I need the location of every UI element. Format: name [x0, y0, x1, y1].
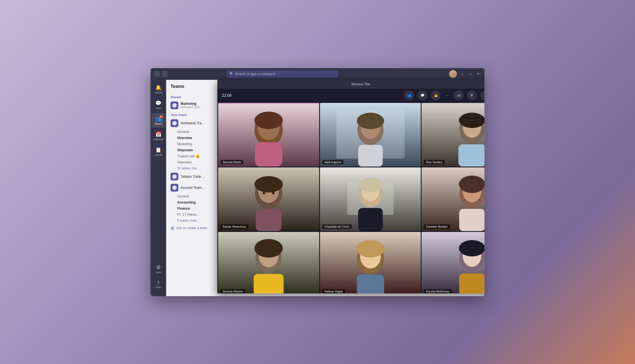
- svg-point-30: [358, 178, 383, 192]
- aadi-kapoor-video: [320, 103, 421, 167]
- participants-button[interactable]: 👥: [404, 90, 414, 100]
- apps-label: Apps: [156, 271, 161, 274]
- svg-rect-29: [358, 208, 383, 231]
- svg-rect-21: [256, 209, 281, 231]
- svg-point-5: [254, 112, 283, 129]
- join-create-icon: ⊞: [171, 226, 174, 231]
- user-avatar[interactable]: [449, 70, 457, 78]
- svg-rect-3: [255, 142, 282, 167]
- search-bar[interactable]: 🔍 Search or type a command: [227, 70, 338, 78]
- title-bar: ‹ › 🔍 Search or type a command — □ ✕: [151, 68, 484, 80]
- charlotte-video: [320, 167, 421, 231]
- video-cell-krystal: Krystal McKinney: [422, 232, 484, 293]
- reactions-button[interactable]: 👍: [431, 90, 441, 100]
- search-placeholder: Search or type a command: [235, 72, 275, 76]
- video-cell-ray-tanaka: Ray Tanaka: [422, 103, 484, 167]
- call-title: Window Title: [221, 82, 484, 86]
- chat-button[interactable]: 💬: [417, 90, 427, 100]
- account-avatar: [171, 184, 178, 192]
- video-cell-serena-davis: Serena Davis: [218, 103, 319, 167]
- tailspin-name: Tailspin Trade...: [181, 175, 204, 179]
- svg-point-22: [254, 176, 283, 192]
- video-cell-danielle: Danielle Booker: [422, 167, 484, 231]
- activity2-icon: 📋: [155, 147, 161, 153]
- join-create-label: Join or create a team: [176, 226, 207, 230]
- minimize-button[interactable]: —: [459, 72, 466, 76]
- title-bar-controls: — □ ✕: [449, 70, 481, 78]
- marketing-team-name: Marketing: [181, 102, 202, 106]
- help-label: Help: [156, 286, 161, 289]
- video-grid: Serena Davis Aa: [217, 102, 484, 293]
- babak-shammas-video: [218, 167, 319, 231]
- mic-button[interactable]: 🎙: [467, 90, 477, 100]
- back-button[interactable]: ‹: [154, 71, 160, 77]
- serena-ribeiro-name: Serena Ribeiro: [220, 289, 245, 293]
- maximize-button[interactable]: □: [468, 72, 473, 76]
- activity-label: Activity: [154, 91, 163, 94]
- video-cell-babak-shammas: Babak Shammas: [218, 167, 319, 231]
- serena-davis-name: Serena Davis: [220, 160, 243, 164]
- sidebar-item-chat[interactable]: 💬 Chat: [152, 98, 165, 112]
- svg-point-45: [356, 240, 385, 258]
- aadi-kapoor-name: Aadi Kapoor: [322, 160, 344, 164]
- babak-shammas-name: Babak Shammas: [220, 224, 248, 229]
- more-call-options[interactable]: ···: [444, 92, 450, 99]
- video-cell-nathan: Nathan Rigby: [320, 232, 421, 293]
- svg-rect-44: [357, 274, 384, 293]
- video-icon: 📹: [457, 93, 461, 97]
- svg-point-23: [263, 192, 265, 194]
- account-name: Account Team...: [181, 186, 205, 190]
- svg-rect-50: [459, 273, 484, 293]
- sidebar-item-activity[interactable]: 🔔 Activity: [152, 82, 165, 96]
- title-bar-nav: ‹ ›: [154, 71, 168, 77]
- activity2-label: Activity: [154, 153, 163, 156]
- teams-label: Teams: [155, 122, 162, 125]
- close-button[interactable]: ✕: [475, 71, 481, 76]
- teams-title: Teams: [171, 84, 184, 89]
- call-title-bar: Window Title — □ ✕: [217, 80, 484, 89]
- apps-icon: ⊞: [156, 264, 161, 270]
- svg-rect-10: [358, 145, 383, 167]
- svg-rect-39: [253, 274, 284, 293]
- calendar-label: Calendar: [153, 138, 164, 141]
- share-icon: ⬆: [484, 93, 484, 97]
- share-button[interactable]: ⬆: [480, 90, 484, 100]
- call-timer: 22:06: [222, 93, 232, 98]
- svg-point-17: [459, 113, 484, 128]
- chat-call-icon: 💬: [420, 93, 425, 97]
- serena-davis-video: [218, 103, 319, 167]
- svg-point-24: [272, 192, 275, 194]
- svg-rect-16: [459, 144, 484, 167]
- sidebar-item-apps[interactable]: ⊞ Apps: [152, 262, 165, 276]
- sidebar-item-calendar[interactable]: 📅 Calendar: [152, 129, 165, 143]
- svg-point-11: [357, 113, 384, 129]
- call-overlay: Window Title — □ ✕ 22:06 👥 💬 👍 ··· 📹: [217, 80, 484, 293]
- sidebar-bottom: ⊞ Apps ? Help: [152, 262, 165, 294]
- ray-tanaka-video: [422, 103, 484, 167]
- participants-icon: 👥: [407, 93, 411, 97]
- chat-label: Chat: [156, 107, 161, 110]
- video-button[interactable]: 📹: [454, 90, 464, 100]
- marketing-team-info: Marketing Northwind Trad...: [181, 102, 202, 109]
- mic-icon: 🎙: [470, 93, 474, 97]
- sidebar-item-teams[interactable]: 5 👥 Teams: [152, 113, 165, 128]
- nathan-video: [320, 232, 421, 293]
- marketing-team-subtitle: Northwind Trad...: [181, 106, 202, 109]
- charlotte-name: Charlotte de Crum: [322, 224, 352, 229]
- danielle-name: Danielle Booker: [424, 224, 450, 229]
- nathan-name: Nathan Rigby: [322, 289, 345, 293]
- video-cell-charlotte: Charlotte de Crum: [320, 167, 421, 231]
- sidebar-item-help[interactable]: ? Help: [152, 277, 165, 292]
- sidebar-item-activity2[interactable]: 📋 Activity: [152, 144, 165, 159]
- marketing-avatar: [171, 101, 178, 109]
- tailspin-avatar: [171, 173, 178, 180]
- svg-rect-34: [459, 209, 484, 231]
- svg-point-51: [459, 240, 484, 257]
- chat-icon: 💬: [155, 100, 161, 106]
- krystal-video: [422, 232, 484, 293]
- svg-point-40: [254, 239, 283, 258]
- northwind-avatar: [171, 119, 178, 127]
- forward-button[interactable]: ›: [162, 71, 168, 77]
- krystal-name: Krystal McKinney: [424, 289, 452, 293]
- video-cell-aadi-kapoor: Aadi Kapoor: [320, 103, 421, 167]
